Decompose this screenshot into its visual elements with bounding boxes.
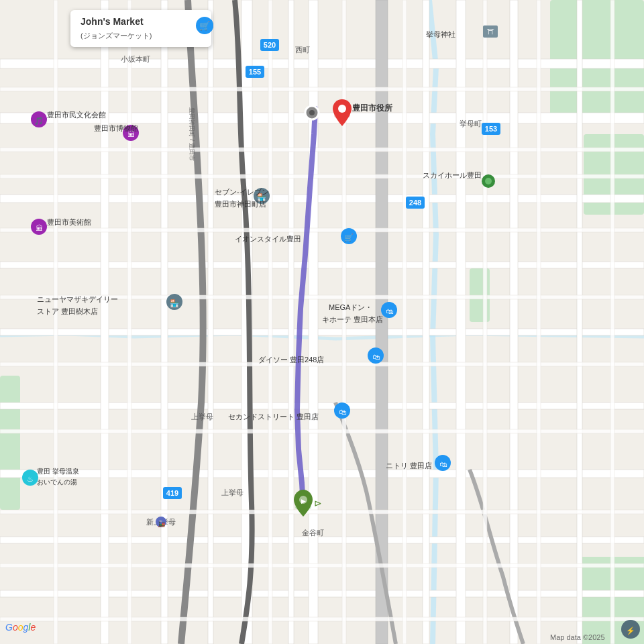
svg-text:⛩: ⛩ [487,28,494,36]
svg-point-58 [309,110,315,115]
svg-rect-36 [54,0,58,644]
svg-text:小坂本町: 小坂本町 [121,55,150,63]
svg-rect-19 [510,0,518,644]
svg-text:155: 155 [249,68,261,76]
svg-text:スカイホール豊田: スカイホール豊田 [423,171,482,179]
svg-rect-11 [0,402,644,409]
svg-text:豊田市民文化会館: 豊田市民文化会館 [47,111,106,119]
svg-rect-3 [0,376,20,510]
svg-text:🛒: 🛒 [344,233,354,242]
svg-rect-20 [101,0,109,644]
svg-text:MEGAドン・: MEGAドン・ [329,303,372,311]
svg-text:セカンドストリート 豊田店: セカンドストリート 豊田店 [228,413,319,421]
svg-rect-25 [577,0,582,644]
svg-text:豊田 挙母温泉: 豊田 挙母温泉 [37,468,79,475]
svg-text:🛍: 🛍 [339,408,347,416]
svg-rect-24 [423,0,429,644]
svg-rect-29 [0,228,644,232]
svg-text:248: 248 [409,199,421,207]
svg-rect-38 [268,0,272,644]
svg-text:豊田市美術館: 豊田市美術館 [47,218,91,226]
svg-text:♨: ♨ [27,475,34,483]
svg-text:🛍: 🛍 [386,307,394,315]
svg-text:⚡: ⚡ [626,626,635,635]
svg-text:豊田市役所: 豊田市役所 [352,103,393,113]
svg-rect-8 [0,195,644,203]
svg-text:🛍: 🛍 [439,460,447,468]
svg-text:John's Market: John's Market [80,16,144,27]
svg-text:金谷町: 金谷町 [302,529,324,537]
svg-text:上挙母: 上挙母 [221,488,244,496]
svg-rect-34 [0,564,644,568]
svg-rect-10 [0,329,644,335]
svg-rect-32 [0,429,644,433]
svg-rect-12 [0,470,644,478]
svg-rect-27 [0,148,644,152]
svg-rect-13 [0,537,644,543]
svg-rect-41 [483,0,487,644]
svg-text:ニューヤマザキデイリー: ニューヤマザキデイリー [37,295,118,303]
svg-rect-6 [0,59,644,68]
svg-rect-40 [402,0,407,644]
svg-text:▶: ▶ [301,498,306,504]
svg-text:(ジョンズマーケット): (ジョンズマーケット) [80,32,152,40]
svg-rect-18 [456,0,466,644]
svg-text:419: 419 [166,489,178,497]
svg-text:🏛: 🏛 [36,224,43,232]
svg-rect-35 [0,617,644,621]
svg-rect-33 [0,510,644,514]
map-svg: 豊田神田町 / 豊田市 520 155 153 248 419 ▶ [0,0,644,644]
svg-point-56 [338,105,346,113]
svg-rect-9 [0,262,644,268]
svg-text:Google: Google [5,622,36,633]
svg-text:イオンスタイル豊田: イオンスタイル豊田 [235,235,301,243]
svg-rect-23 [288,0,294,644]
svg-rect-43 [610,0,614,644]
svg-text:挙母神社: 挙母神社 [426,30,455,38]
svg-text:ストア 豊田樹木店: ストア 豊田樹木店 [37,307,98,315]
svg-text:上挙母: 上挙母 [191,413,213,421]
svg-text:挙母町: 挙母町 [460,119,482,127]
svg-text:ニトリ 豊田店: ニトリ 豊田店 [386,462,432,470]
svg-text:153: 153 [485,125,497,133]
svg-text:セブン-イレブン: セブン-イレブン [215,188,269,196]
svg-rect-16 [309,0,318,644]
svg-rect-28 [0,174,644,178]
svg-rect-21 [161,0,168,644]
svg-rect-37 [127,0,131,644]
svg-text:豊田市博物館: 豊田市博物館 [94,124,138,132]
svg-text:🎵: 🎵 [34,116,44,125]
svg-text:キホーテ 豊田本店: キホーテ 豊田本店 [322,315,383,323]
svg-text:🏪: 🏪 [170,299,179,308]
map-container: 豊田神田町 / 豊田市 520 155 153 248 419 ▶ [0,0,644,644]
svg-text:🚂: 🚂 [158,520,166,528]
svg-text:🛍: 🛍 [372,353,380,361]
svg-point-87 [485,178,492,184]
svg-text:西町: 西町 [295,46,310,54]
svg-text:ダイソー 豊田248店: ダイソー 豊田248店 [258,356,324,364]
svg-rect-26 [0,87,644,91]
svg-rect-22 [208,0,213,644]
svg-text:豊田神田町 / 豊田市: 豊田神田町 / 豊田市 [189,107,195,161]
johns-market-icon[interactable]: 🛒 [196,17,213,34]
svg-text:⊳: ⊳ [314,498,322,508]
svg-text:520: 520 [264,41,276,49]
svg-text:おいでんの湯: おいでんの湯 [37,478,77,486]
svg-text:豊田市神田町店: 豊田市神田町店 [215,200,266,208]
svg-text:Map data ©2025: Map data ©2025 [550,633,605,641]
svg-rect-14 [0,590,644,597]
svg-rect-42 [537,0,541,644]
